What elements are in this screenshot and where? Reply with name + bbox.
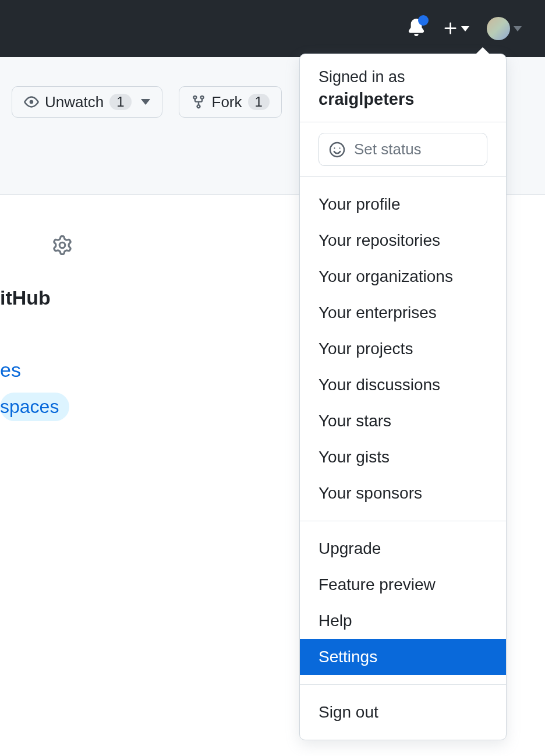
- menu-item-your-repositories[interactable]: Your repositories: [300, 222, 506, 259]
- svg-point-2: [339, 147, 340, 149]
- menu-item-your-projects[interactable]: Your projects: [300, 331, 506, 367]
- global-topbar: [0, 0, 545, 57]
- caret-down-icon: [514, 26, 522, 31]
- unwatch-count: 1: [109, 94, 131, 110]
- avatar: [487, 17, 510, 40]
- dropdown-header: Signed in as craiglpeters: [300, 54, 506, 122]
- unwatch-button[interactable]: Unwatch 1: [12, 86, 162, 118]
- menu-item-your-profile[interactable]: Your profile: [300, 186, 506, 222]
- smiley-icon: [328, 141, 346, 158]
- dropdown-group-account: UpgradeFeature previewHelpSettings: [300, 521, 506, 684]
- menu-item-feature-preview[interactable]: Feature preview: [300, 567, 506, 603]
- plus-icon: [443, 20, 459, 37]
- svg-point-1: [334, 147, 335, 149]
- create-new-menu[interactable]: [443, 20, 469, 37]
- menu-item-your-discussions[interactable]: Your discussions: [300, 367, 506, 403]
- menu-item-upgrade[interactable]: Upgrade: [300, 531, 506, 567]
- status-row: Set status: [300, 122, 506, 176]
- menu-item-your-sponsors[interactable]: Your sponsors: [300, 475, 506, 511]
- notifications-button[interactable]: [408, 19, 425, 38]
- svg-point-0: [330, 143, 344, 157]
- partial-link-es[interactable]: es: [0, 359, 21, 381]
- fork-button[interactable]: Fork 1: [179, 86, 282, 118]
- signed-in-username: craiglpeters: [318, 90, 487, 109]
- menu-item-help[interactable]: Help: [300, 603, 506, 639]
- notification-unread-dot: [418, 15, 429, 26]
- menu-item-your-enterprises[interactable]: Your enterprises: [300, 295, 506, 331]
- menu-item-sign-out[interactable]: Sign out: [300, 694, 506, 730]
- gear-icon[interactable]: [52, 235, 72, 257]
- signed-in-label: Signed in as: [318, 68, 487, 86]
- set-status-button[interactable]: Set status: [318, 133, 487, 166]
- menu-item-your-gists[interactable]: Your gists: [300, 439, 506, 475]
- user-dropdown-menu: Signed in as craiglpeters Set status You…: [299, 54, 507, 740]
- caret-down-icon: [141, 99, 150, 105]
- menu-item-settings[interactable]: Settings: [300, 639, 506, 675]
- dropdown-group-your: Your profileYour repositoriesYour organi…: [300, 177, 506, 521]
- eye-icon: [24, 94, 39, 109]
- fork-count: 1: [248, 94, 270, 110]
- unwatch-label: Unwatch: [45, 93, 104, 111]
- user-menu-button[interactable]: [487, 17, 522, 40]
- partial-text-ithub: itHub: [0, 287, 51, 309]
- dropdown-group-signout: Sign out: [300, 685, 506, 740]
- set-status-label: Set status: [354, 140, 422, 158]
- menu-item-your-stars[interactable]: Your stars: [300, 403, 506, 439]
- partial-pill-spaces[interactable]: spaces: [0, 393, 69, 421]
- menu-item-your-organizations[interactable]: Your organizations: [300, 259, 506, 295]
- caret-down-icon: [461, 26, 469, 31]
- fork-label: Fork: [212, 93, 242, 111]
- fork-icon: [191, 94, 206, 109]
